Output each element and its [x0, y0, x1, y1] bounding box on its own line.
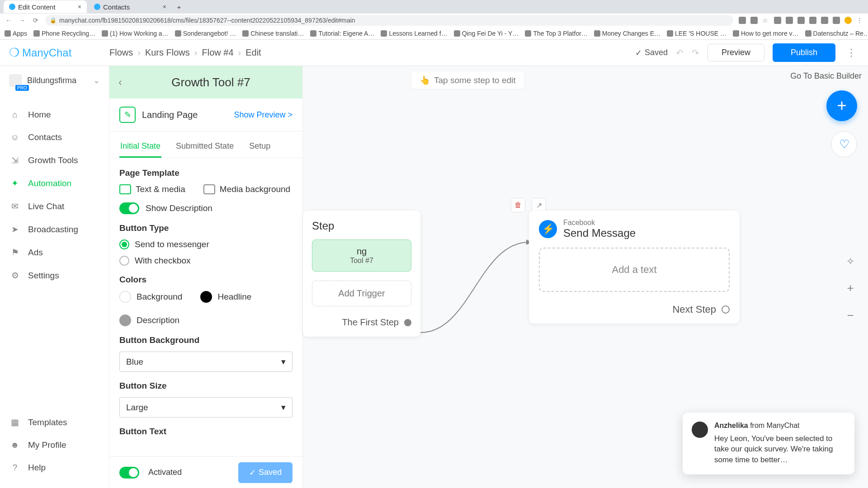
- button-size-heading: Button Size: [119, 381, 292, 391]
- nav-settings[interactable]: ⚙Settings: [0, 264, 109, 287]
- nav-automation[interactable]: ✦Automation: [0, 172, 109, 195]
- nav-ads[interactable]: ⚑Ads: [0, 241, 109, 264]
- zoom-out-icon[interactable]: −: [847, 309, 854, 323]
- nav-broadcasting[interactable]: ➤Broadcasting: [0, 218, 109, 241]
- undo-icon[interactable]: ↶: [676, 47, 684, 58]
- starting-step-node[interactable]: Step ng Tool #7 Add Trigger The First St…: [303, 211, 420, 337]
- activated-toggle[interactable]: [119, 467, 139, 479]
- toggle-switch-icon[interactable]: [119, 202, 139, 214]
- left-nav: PRO Bildungsfirma ⌄ ⌂Home ☺Contacts ⇲Gro…: [0, 66, 109, 488]
- bookmark-item[interactable]: Tutorial: Eigene A…: [310, 30, 374, 37]
- bookmark-item[interactable]: Datenschutz – Re…: [805, 30, 868, 37]
- publish-button[interactable]: Publish: [773, 43, 835, 62]
- profile-avatar-icon[interactable]: [844, 17, 852, 24]
- new-tab-button[interactable]: +: [174, 3, 184, 11]
- button-background-select[interactable]: Blue ▾: [119, 352, 292, 372]
- landing-page-badge[interactable]: ng Tool #7: [312, 239, 411, 272]
- bookmark-star-icon[interactable]: ☆: [762, 17, 769, 24]
- output-port-icon[interactable]: [722, 305, 730, 314]
- saved-button[interactable]: ✓ Saved: [238, 462, 292, 483]
- reload-icon[interactable]: ⟳: [32, 17, 40, 24]
- color-swatch-icon: [200, 291, 212, 303]
- browser-tab-active[interactable]: Edit Content ×: [4, 0, 87, 13]
- bookmark-item[interactable]: Chinese translati…: [242, 30, 304, 37]
- tab-submitted-state[interactable]: Submitted State: [175, 136, 235, 158]
- zoom-in-icon[interactable]: +: [847, 281, 854, 295]
- back-icon[interactable]: ‹: [118, 76, 122, 89]
- bookmark-item[interactable]: Apps: [5, 30, 27, 37]
- color-description[interactable]: Description: [119, 314, 179, 326]
- back-icon[interactable]: ←: [5, 17, 13, 24]
- nav-home[interactable]: ⌂Home: [0, 103, 109, 126]
- template-text-media[interactable]: Text & media: [119, 184, 185, 194]
- logo-area[interactable]: ❍ ManyChat: [9, 46, 109, 60]
- breadcrumb-item[interactable]: Kurs Flows: [145, 47, 190, 58]
- show-description-toggle[interactable]: Show Description: [119, 202, 292, 214]
- color-headline[interactable]: Headline: [200, 291, 251, 303]
- add-trigger-button[interactable]: Add Trigger: [312, 281, 411, 306]
- add-text-placeholder[interactable]: Add a text: [539, 248, 730, 292]
- radio-send-messenger[interactable]: Send to messenger: [119, 239, 292, 249]
- first-step-output[interactable]: The First Step: [312, 317, 411, 328]
- color-background[interactable]: Background: [119, 291, 182, 303]
- breadcrumb-item[interactable]: Edit: [245, 47, 261, 58]
- ext-icon[interactable]: [739, 17, 746, 24]
- account-switcher[interactable]: PRO Bildungsfirma ⌄: [0, 66, 109, 95]
- ext-icon[interactable]: [786, 17, 793, 24]
- bookmark-item[interactable]: (1) How Working a…: [102, 30, 169, 37]
- bookmark-item[interactable]: Phone Recycling…: [33, 30, 95, 37]
- magic-wand-icon[interactable]: ✧: [846, 256, 854, 267]
- close-tab-icon[interactable]: ×: [163, 3, 166, 10]
- activated-label: Activated: [148, 468, 182, 477]
- redo-icon[interactable]: ↷: [692, 47, 699, 58]
- bookmark-item[interactable]: Money Changes E…: [594, 30, 660, 37]
- favorite-fab[interactable]: ♡: [831, 131, 857, 157]
- bookmark-item[interactable]: The Top 3 Platfor…: [525, 30, 587, 37]
- breadcrumb-item[interactable]: Flow #4: [202, 47, 233, 58]
- output-port-icon[interactable]: [404, 319, 411, 326]
- url-bar[interactable]: 🔒 manychat.com/fb198150208190206618/cms/…: [45, 15, 733, 26]
- delete-node-icon[interactable]: 🗑: [511, 198, 525, 212]
- send-message-node[interactable]: ⚡ Facebook Send Message Add a text Next …: [529, 211, 740, 324]
- button-size-select[interactable]: Large ▾: [119, 397, 292, 418]
- bookmark-item[interactable]: Qing Fei De Yi - Y…: [454, 30, 519, 37]
- help-icon: ?: [10, 463, 20, 473]
- template-media-bg[interactable]: Media background: [203, 184, 290, 194]
- nav-growth-tools[interactable]: ⇲Growth Tools: [0, 149, 109, 172]
- more-menu-icon[interactable]: ⋮: [844, 47, 859, 59]
- breadcrumb-item[interactable]: Flows: [109, 47, 133, 58]
- ext-icon[interactable]: [833, 17, 840, 24]
- go-basic-builder-link[interactable]: Go To Basic Builder: [790, 71, 862, 81]
- preview-button[interactable]: Preview: [708, 44, 764, 61]
- ext-icon[interactable]: [809, 17, 816, 24]
- add-step-fab[interactable]: +: [826, 90, 857, 121]
- nav-help[interactable]: ?Help: [0, 456, 109, 479]
- flow-canvas[interactable]: 👆 Tap some step to edit Go To Basic Buil…: [303, 66, 868, 488]
- bookmark-item[interactable]: Sonderangebot! …: [175, 30, 236, 37]
- show-preview-link[interactable]: Show Preview >: [234, 110, 292, 120]
- ext-icon[interactable]: [797, 17, 805, 24]
- nav-contacts[interactable]: ☺Contacts: [0, 126, 109, 149]
- nav-templates[interactable]: ▦Templates: [0, 411, 109, 434]
- close-tab-icon[interactable]: ×: [78, 3, 81, 10]
- profile-icon: ☻: [10, 440, 20, 450]
- nav-live-chat[interactable]: ✉Live Chat: [0, 195, 109, 218]
- panel-header: ‹ Growth Tool #7: [109, 66, 302, 99]
- brand-name: ManyChat: [22, 47, 71, 59]
- next-step-output[interactable]: Next Step: [539, 304, 730, 315]
- tab-initial-state[interactable]: Initial State: [119, 136, 161, 158]
- ext-icon[interactable]: [774, 17, 781, 24]
- template-options: Text & media Media background: [119, 184, 292, 194]
- browser-tab[interactable]: Contacts ×: [89, 0, 172, 13]
- bookmark-item[interactable]: Lessons Learned f…: [381, 30, 447, 37]
- bookmark-item[interactable]: LEE 'S HOUSE …: [667, 30, 726, 37]
- nav-my-profile[interactable]: ☻My Profile: [0, 434, 109, 456]
- tab-setup[interactable]: Setup: [248, 136, 271, 158]
- ext-icon[interactable]: [750, 17, 758, 24]
- forward-icon[interactable]: →: [18, 17, 26, 24]
- ext-icon[interactable]: [821, 17, 828, 24]
- chrome-menu-icon[interactable]: ⋮: [856, 17, 863, 24]
- radio-with-checkbox[interactable]: With checkbox: [119, 256, 292, 266]
- support-chat-widget[interactable]: Anzhelika from ManyChat Hey Leon, You've…: [683, 413, 854, 474]
- bookmark-item[interactable]: How to get more v…: [733, 30, 799, 37]
